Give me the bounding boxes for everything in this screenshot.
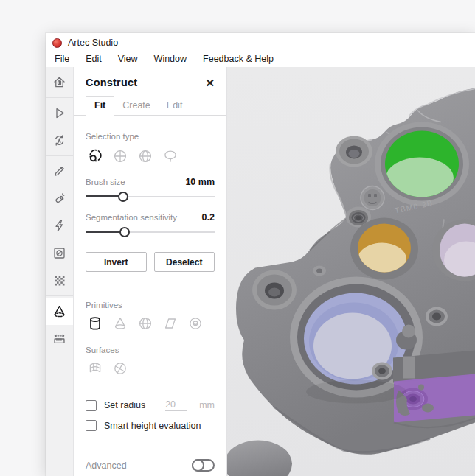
green-hole[interactable] xyxy=(375,122,469,206)
sidebar-item-publish[interactable] xyxy=(46,239,73,267)
circle-ellipse-icon xyxy=(136,147,154,165)
cylinder-icon xyxy=(86,315,104,332)
lightning-icon xyxy=(52,218,67,234)
segmentation-label: Segmentation sensitivity xyxy=(86,213,177,222)
segmentation-row: Segmentation sensitivity 0.2 xyxy=(86,212,215,223)
construct-panel: Construct ✕ Fit Create Edit Selection ty… xyxy=(74,67,227,476)
freeform-surface-button[interactable] xyxy=(111,359,129,377)
brush-select-button[interactable] xyxy=(86,147,104,165)
sidebar-item-home[interactable] xyxy=(46,69,73,96)
close-icon[interactable]: ✕ xyxy=(205,77,215,88)
bolt-boss xyxy=(336,136,372,167)
panel-title: Construct xyxy=(86,77,137,88)
channel-notch xyxy=(403,357,415,379)
sidebar-item-texture[interactable] xyxy=(46,267,73,294)
toolbar-separator xyxy=(46,155,73,156)
tab-edit[interactable]: Edit xyxy=(159,97,191,115)
sidebar-item-scan[interactable] xyxy=(46,99,73,127)
rectangle-select-button[interactable] xyxy=(111,147,129,165)
smart-height-label: Smart height evaluation xyxy=(104,421,201,431)
set-radius-checkbox[interactable] xyxy=(86,400,97,411)
sidebar-item-eraser[interactable] xyxy=(46,185,73,212)
set-radius-input[interactable]: 20 xyxy=(165,399,187,411)
panel-tabs: Fit Create Edit xyxy=(74,96,226,116)
brush-size-value: 10 mm xyxy=(185,177,215,187)
cylinder-primitive-button[interactable] xyxy=(86,314,104,332)
pencil-icon xyxy=(52,164,67,179)
menu-view[interactable]: View xyxy=(118,54,138,64)
screw-head xyxy=(372,363,392,380)
panel-divider xyxy=(74,287,226,287)
ellipse-select-button[interactable] xyxy=(136,147,154,165)
primitives-group xyxy=(86,314,215,332)
menu-edit[interactable]: Edit xyxy=(86,54,102,64)
menu-feedback-help[interactable]: Feedback & Help xyxy=(203,54,274,64)
advanced-toggle[interactable] xyxy=(192,459,215,472)
sidebar-item-editor[interactable] xyxy=(46,158,73,185)
curved-surface-icon xyxy=(86,360,104,377)
menu-file[interactable]: File xyxy=(55,54,69,64)
sphere-icon xyxy=(136,315,154,332)
model-foot xyxy=(227,441,292,476)
deselect-button[interactable]: Deselect xyxy=(154,252,215,272)
plane-icon xyxy=(162,315,179,332)
model-canvas: TBM0-2B xyxy=(227,67,475,476)
app-icon xyxy=(52,38,62,48)
viewport-3d[interactable]: TBM0-2B xyxy=(227,67,475,476)
orange-hole[interactable] xyxy=(350,218,418,280)
sidebar-item-fix[interactable] xyxy=(46,212,73,239)
ruler-icon xyxy=(52,331,67,346)
sidebar-item-autopilot[interactable] xyxy=(46,127,73,154)
brush-size-label: Brush size xyxy=(86,178,125,186)
advanced-label: Advanced xyxy=(86,461,127,471)
set-radius-label: Set radius xyxy=(104,400,145,410)
screw-head xyxy=(426,307,448,326)
menu-window[interactable]: Window xyxy=(154,54,187,64)
left-toolbar xyxy=(46,67,74,476)
selection-type-group xyxy=(86,147,215,165)
smart-height-row: Smart height evaluation xyxy=(86,420,215,431)
main-content: Construct ✕ Fit Create Edit Selection ty… xyxy=(46,67,475,476)
torus-primitive-button[interactable] xyxy=(186,314,204,332)
sidebar-item-construct[interactable] xyxy=(46,298,73,325)
home-icon xyxy=(52,74,67,90)
set-radius-row: Set radius 20 mm xyxy=(86,399,215,411)
surfaces-label: Surfaces xyxy=(86,346,215,354)
desktop: Artec Studio File Edit View Window Feedb… xyxy=(0,0,475,476)
torus-icon xyxy=(187,315,204,332)
window-title: Artec Studio xyxy=(68,38,118,48)
slider-knob[interactable] xyxy=(118,192,128,202)
play-icon xyxy=(52,105,67,121)
tab-fit[interactable]: Fit xyxy=(86,96,114,116)
slider-knob[interactable] xyxy=(119,227,130,237)
cone-icon xyxy=(52,304,67,319)
eraser-icon xyxy=(52,191,67,206)
sphere-primitive-button[interactable] xyxy=(136,314,154,332)
lasso-icon xyxy=(162,147,179,165)
emblem-boss xyxy=(361,186,384,210)
invert-button[interactable]: Invert xyxy=(86,252,147,272)
app-window: Artec Studio File Edit View Window Feedb… xyxy=(46,33,475,476)
brush-dotted-circle-icon xyxy=(86,147,104,165)
surfaces-group xyxy=(86,359,215,377)
smart-height-checkbox[interactable] xyxy=(86,420,97,431)
set-radius-unit: mm xyxy=(199,400,215,410)
advanced-row: Advanced xyxy=(86,459,215,472)
lasso-select-button[interactable] xyxy=(161,147,179,165)
brush-size-slider[interactable] xyxy=(86,192,215,202)
circle-slash-icon xyxy=(52,245,67,261)
plane-primitive-button[interactable] xyxy=(161,314,179,332)
autopilot-icon xyxy=(52,133,67,148)
purple-bar[interactable] xyxy=(394,374,475,423)
toolbar-separator xyxy=(46,97,73,98)
cone-primitive-button[interactable] xyxy=(111,314,129,332)
small-bump xyxy=(313,266,326,276)
segmentation-slider[interactable] xyxy=(86,227,215,237)
circle-grid-icon xyxy=(111,147,129,165)
sidebar-item-measure[interactable] xyxy=(46,325,73,352)
tab-create[interactable]: Create xyxy=(114,97,159,115)
corner-boss xyxy=(252,270,297,310)
curved-surface-button[interactable] xyxy=(86,359,104,377)
primitives-label: Primitives xyxy=(86,301,215,309)
menu-bar: File Edit View Window Feedback & Help xyxy=(46,51,475,67)
